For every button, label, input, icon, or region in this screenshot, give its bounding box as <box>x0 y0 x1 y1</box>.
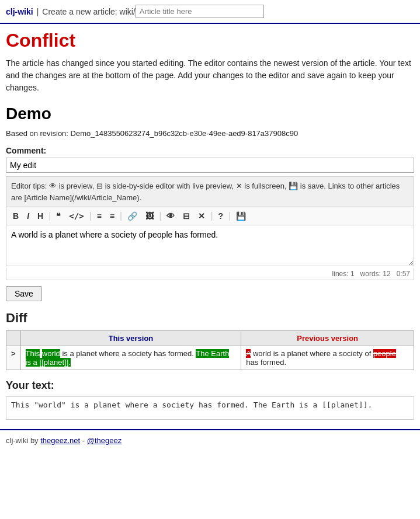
footer-text: clj-wiki by <box>6 436 39 445</box>
toolbar-sep3: | <box>120 211 122 221</box>
toolbar-sep5: | <box>210 211 213 221</box>
sidebyside-button[interactable]: ⊟ <box>180 210 193 222</box>
create-text: Create a new article: wiki/ <box>42 7 136 16</box>
diff-title: Diff <box>6 311 414 326</box>
your-text-title: Your text: <box>6 379 414 392</box>
header: clj-wiki | Create a new article: wiki/ <box>0 0 420 24</box>
comment-label: Comment: <box>6 146 414 155</box>
prev-del2: people <box>373 349 396 358</box>
sidebyside-icon-tip: ⊟ <box>96 182 105 190</box>
bold-button[interactable]: B <box>10 210 22 222</box>
footer-link1[interactable]: thegeez.net <box>40 436 80 445</box>
image-button[interactable]: 🖼 <box>143 210 157 222</box>
prev-text-2: has formed. <box>246 358 286 367</box>
editor-toolbar: B I H | ❝ </> | ≡ ≡ | 🔗 🖼 | 👁 ⊟ ✕ | ? | … <box>6 207 414 225</box>
fullscreen-button[interactable]: ✕ <box>195 210 208 222</box>
article-title: Demo <box>6 105 414 123</box>
lines-stat: lines: 1 <box>332 270 355 278</box>
tips-eye: is preview, <box>59 182 95 190</box>
footer-sep: - <box>82 436 85 445</box>
prev-version-cell: A world is a planet where a society of p… <box>241 346 414 370</box>
prev-version-header: Previous version <box>241 331 414 346</box>
save-icon-button[interactable]: 💾 <box>233 210 249 222</box>
toolbar-sep4: | <box>159 211 161 221</box>
editor-stats: lines: 1 words: 12 0:57 <box>6 268 414 280</box>
ordered-list-button[interactable]: ≡ <box>107 210 117 222</box>
diff-arrow: > <box>6 346 21 370</box>
link-button[interactable]: 🔗 <box>124 210 140 222</box>
tips-text-before: Editor tips: <box>11 182 47 190</box>
save-button[interactable]: Save <box>6 286 42 301</box>
revision-line: Based on revision: Demo_1483550623274_b9… <box>6 129 414 138</box>
this-version-header: This version <box>20 331 241 346</box>
main-content: Conflict The article has changed since y… <box>0 24 420 420</box>
fullscreen-icon-tip: ✕ <box>236 182 245 190</box>
header-separator: | <box>37 7 39 16</box>
code-button[interactable]: </> <box>66 210 86 222</box>
toolbar-sep1: | <box>48 211 51 221</box>
this-ins-world: world <box>42 349 60 358</box>
tips-sidebyside: is side-by-side editor with live preview… <box>105 182 234 190</box>
conflict-title: Conflict <box>6 30 414 51</box>
this-version-cell: This world is a planet where a society h… <box>20 346 241 370</box>
preview-button[interactable]: 👁 <box>164 210 178 222</box>
this-text-plain: is a planet where a society has formed. <box>62 349 196 358</box>
heading-button[interactable]: H <box>34 210 46 222</box>
diff-table: This version Previous version > This wor… <box>6 330 414 370</box>
tips-fullscreen: is fullscreen, <box>244 182 286 190</box>
footer-link2[interactable]: @thegeez <box>87 436 122 445</box>
this-ins1: This <box>26 349 40 358</box>
site-name-link[interactable]: clj-wiki <box>6 7 33 16</box>
editor-tips: Editor tips: 👁 is preview, ⊟ is side-by-… <box>6 176 414 207</box>
unordered-list-button[interactable]: ≡ <box>94 210 105 222</box>
comment-input[interactable] <box>6 158 414 173</box>
prev-text-1: world is a planet where a society of <box>253 349 373 358</box>
words-stat: words: 12 <box>360 270 391 278</box>
editor-textarea[interactable]: A world is a planet where a society of p… <box>6 225 414 266</box>
time-stat: 0:57 <box>397 270 410 278</box>
conflict-message: The article has changed since you starte… <box>6 57 414 94</box>
save-icon-tip: 💾 <box>289 182 300 190</box>
diff-row: > This world is a planet where a society… <box>6 346 414 370</box>
italic-button[interactable]: I <box>24 210 32 222</box>
help-button[interactable]: ? <box>216 210 227 222</box>
revision-id: Demo_1483550623274_b96c32cb-e30e-49ee-ae… <box>71 129 298 138</box>
revision-label: Based on revision: <box>6 129 68 138</box>
diff-arrow-header <box>6 331 21 346</box>
prev-del1: A <box>246 349 251 358</box>
your-text-box: This "world" is a planet where a society… <box>6 396 414 420</box>
article-title-input[interactable] <box>136 5 264 18</box>
preview-icon-tip: 👁 <box>49 182 59 190</box>
toolbar-sep2: | <box>89 211 92 221</box>
footer: clj-wiki by thegeez.net - @thegeez <box>0 429 420 451</box>
blockquote-button[interactable]: ❝ <box>53 210 64 222</box>
toolbar-sep6: | <box>228 211 231 221</box>
